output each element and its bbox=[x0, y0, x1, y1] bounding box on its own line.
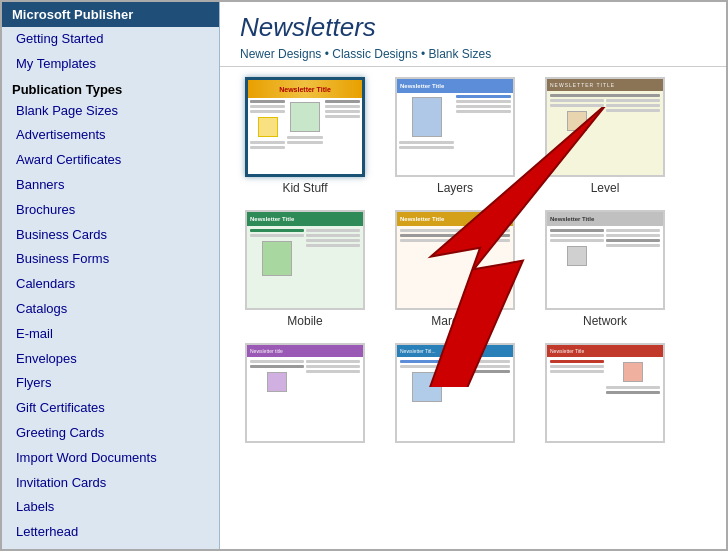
thumb-line bbox=[306, 365, 360, 368]
thumb-image bbox=[567, 111, 587, 131]
thumb-line bbox=[399, 146, 454, 149]
template-level[interactable]: NEWSLETTER TITLE bbox=[540, 77, 670, 195]
thumb-line bbox=[250, 360, 304, 363]
thumb-image bbox=[412, 372, 442, 402]
thumb-line bbox=[325, 110, 360, 113]
thumb-line bbox=[606, 229, 660, 232]
template-bottom3[interactable]: Newsletter Title bbox=[540, 343, 670, 447]
thumb-line bbox=[400, 229, 510, 232]
thumb-col bbox=[456, 95, 511, 173]
thumb-line bbox=[456, 100, 511, 103]
template-bottom2[interactable]: Newsletter Titl... bbox=[390, 343, 520, 447]
app-title-header: Microsoft Publisher bbox=[2, 2, 219, 27]
sidebar-item-blank-page-sizes[interactable]: Blank Page Sizes bbox=[2, 99, 219, 124]
thumb-line bbox=[550, 234, 604, 237]
template-thumb-marquee[interactable]: Newsletter Title bbox=[395, 210, 515, 310]
thumb-body bbox=[247, 357, 363, 441]
template-thumb-kid-stuff[interactable]: Newsletter Title bbox=[245, 77, 365, 177]
thumb-header: Newsletter Title bbox=[397, 212, 513, 226]
sidebar-item-catalogs[interactable]: Catalogs bbox=[2, 297, 219, 322]
thumb-line bbox=[399, 141, 454, 144]
template-mobile[interactable]: Newsletter Title bbox=[240, 210, 370, 328]
thumb-line bbox=[606, 234, 660, 237]
thumb-header: Newsletter Title bbox=[248, 80, 362, 98]
thumb-title: Newsletter Title bbox=[400, 83, 444, 89]
sidebar-item-menus[interactable]: Menus bbox=[2, 545, 219, 551]
thumb-line bbox=[456, 105, 511, 108]
thumb-image bbox=[623, 362, 643, 382]
template-thumb-bottom3[interactable]: Newsletter Title bbox=[545, 343, 665, 443]
thumb-title: Newsletter Title bbox=[400, 216, 444, 222]
app-title: Microsoft Publisher bbox=[12, 7, 133, 22]
template-thumb-bottom1[interactable]: Newsletter title bbox=[245, 343, 365, 443]
templates-content: Newsletter Title bbox=[220, 67, 726, 549]
template-label-kid-stuff: Kid Stuff bbox=[282, 181, 327, 195]
sidebar-item-email[interactable]: E-mail bbox=[2, 322, 219, 347]
template-thumb-level[interactable]: NEWSLETTER TITLE bbox=[545, 77, 665, 177]
sidebar-item-flyers[interactable]: Flyers bbox=[2, 371, 219, 396]
sidebar-item-my-templates[interactable]: My Templates bbox=[2, 52, 219, 77]
thumb-col bbox=[306, 360, 360, 438]
classic-designs-link[interactable]: Classic Designs bbox=[332, 47, 417, 61]
thumb-col-2 bbox=[287, 100, 322, 172]
thumb-body bbox=[248, 98, 362, 174]
thumb-line bbox=[400, 360, 454, 363]
sidebar-item-letterhead[interactable]: Letterhead bbox=[2, 520, 219, 545]
thumb-line bbox=[306, 229, 360, 232]
thumb-line bbox=[606, 244, 660, 247]
sidebar-item-business-cards[interactable]: Business Cards bbox=[2, 223, 219, 248]
thumb-line bbox=[250, 100, 285, 103]
thumb-line bbox=[325, 115, 360, 118]
blank-sizes-link[interactable]: Blank Sizes bbox=[429, 47, 492, 61]
template-thumb-network[interactable]: Newsletter Title bbox=[545, 210, 665, 310]
sidebar-item-advertisements[interactable]: Advertisements bbox=[2, 123, 219, 148]
template-thumb-layers[interactable]: Newsletter Title bbox=[395, 77, 515, 177]
thumb-line bbox=[306, 244, 360, 247]
thumb-body bbox=[397, 226, 513, 308]
thumb-col bbox=[550, 229, 604, 305]
thumb-title: Newsletter Title bbox=[550, 216, 594, 222]
sidebar-item-award-certificates[interactable]: Award Certificates bbox=[2, 148, 219, 173]
thumb-title: Newsletter Title bbox=[250, 216, 294, 222]
thumb-title: Newsletter Title bbox=[279, 86, 331, 93]
thumb-line bbox=[550, 94, 660, 97]
thumb-line bbox=[550, 104, 604, 107]
filter-links: Newer Designs • Classic Designs • Blank … bbox=[240, 47, 706, 61]
sidebar-item-gift-certificates[interactable]: Gift Certificates bbox=[2, 396, 219, 421]
template-network[interactable]: Newsletter Title bbox=[540, 210, 670, 328]
thumb-header: Newsletter Title bbox=[547, 345, 663, 357]
template-thumb-bottom2[interactable]: Newsletter Titl... bbox=[395, 343, 515, 443]
thumb-line bbox=[325, 100, 360, 103]
newer-designs-link[interactable]: Newer Designs bbox=[240, 47, 321, 61]
thumb-header: Newsletter Titl... bbox=[397, 345, 513, 357]
thumb-line bbox=[250, 110, 285, 113]
thumb-line bbox=[250, 365, 304, 368]
sidebar-item-invitation-cards[interactable]: Invitation Cards bbox=[2, 471, 219, 496]
template-layers[interactable]: Newsletter Title bbox=[390, 77, 520, 195]
thumb-header: Newsletter Title bbox=[397, 79, 513, 93]
thumb-image bbox=[412, 97, 442, 137]
sidebar-item-business-forms[interactable]: Business Forms bbox=[2, 247, 219, 272]
template-bottom1[interactable]: Newsletter title bbox=[240, 343, 370, 447]
template-thumb-mobile[interactable]: Newsletter Title bbox=[245, 210, 365, 310]
thumb-body bbox=[547, 357, 663, 441]
sidebar-item-greeting-cards[interactable]: Greeting Cards bbox=[2, 421, 219, 446]
thumb-image bbox=[262, 241, 292, 276]
template-marquee[interactable]: Newsletter Title Marquee bbox=[390, 210, 520, 328]
sidebar-item-envelopes[interactable]: Envelopes bbox=[2, 347, 219, 372]
sidebar-item-calendars[interactable]: Calendars bbox=[2, 272, 219, 297]
sidebar-item-banners[interactable]: Banners bbox=[2, 173, 219, 198]
thumb-col bbox=[456, 360, 510, 438]
thumb-body bbox=[547, 226, 663, 308]
template-label-marquee: Marquee bbox=[431, 314, 478, 328]
sidebar-item-brochures[interactable]: Brochures bbox=[2, 198, 219, 223]
thumb-col-3 bbox=[325, 100, 360, 172]
template-kid-stuff[interactable]: Newsletter Title bbox=[240, 77, 370, 195]
publication-types-header: Publication Types bbox=[2, 77, 219, 99]
sidebar-item-getting-started[interactable]: Getting Started bbox=[2, 27, 219, 52]
thumb-header: Newsletter Title bbox=[547, 212, 663, 226]
sidebar-item-import-word[interactable]: Import Word Documents bbox=[2, 446, 219, 471]
thumb-line bbox=[306, 360, 360, 363]
sidebar-item-labels[interactable]: Labels bbox=[2, 495, 219, 520]
templates-grid: Newsletter Title bbox=[240, 77, 706, 447]
